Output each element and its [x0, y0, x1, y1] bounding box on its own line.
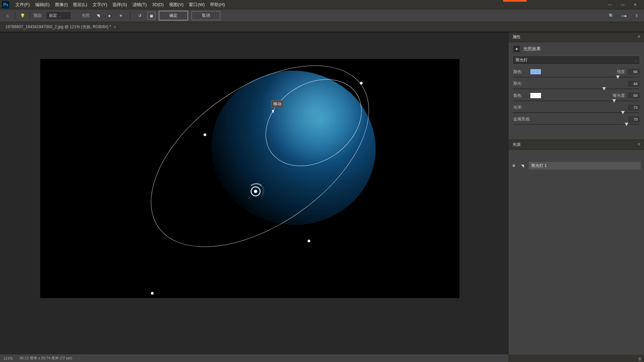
minimize-button[interactable]: — [606, 1, 613, 8]
canvas[interactable]: 移动 [40, 59, 460, 298]
intensity-label: 强度: [617, 69, 626, 75]
ellipse-handle[interactable] [204, 133, 206, 136]
status-bar: 121% 36.12 厘米 x 20.74 厘米 (72 ppi) 〉 [0, 354, 508, 362]
metallic-value[interactable]: 79 [629, 117, 639, 122]
exposure-value[interactable]: 59 [629, 93, 639, 98]
cancel-button[interactable]: 取消 [192, 11, 220, 20]
lighting-effect-icon: ✦ [513, 46, 520, 52]
lights-panel-title: 光源 ≡ [508, 140, 644, 150]
effect-name: 光照效果 [523, 46, 541, 52]
spot-label: 聚光: [513, 81, 527, 86]
home-icon[interactable]: ⌂ [3, 12, 11, 20]
light-effect-icon[interactable]: 💡 [18, 12, 26, 20]
menu-edit[interactable]: 编辑(E) [33, 0, 52, 9]
color-swatch[interactable] [530, 69, 541, 75]
options-bar: ⌂ 💡 预设: 自定 ⌄ 光照: ◥ ● ☀ ↺ ▣ 确定 取消 🔍 ▭▸ ⇧ [0, 9, 644, 22]
properties-panel-title: 属性 ≡ [508, 32, 644, 42]
document-tab-title: 19766807_194341947000_2.jpg @ 121% (光效, … [5, 24, 111, 30]
reset-icon[interactable]: ↺ [136, 12, 144, 20]
metallic-label: 金属质感: [513, 116, 533, 122]
tab-close-icon[interactable]: × [114, 25, 116, 29]
search-icon[interactable]: 🔍 [607, 12, 615, 20]
document-tabbar: 19766807_194341947000_2.jpg @ 121% (光效, … [0, 22, 644, 32]
document-info[interactable]: 36.12 厘米 x 20.74 厘米 (72 ppi) [19, 356, 72, 361]
menu-layer[interactable]: 图层(L) [70, 0, 90, 9]
app-logo: Ps [2, 1, 9, 8]
menu-image[interactable]: 图像(I) [52, 0, 70, 9]
close-button[interactable]: ✕ [632, 1, 639, 8]
menu-filter[interactable]: 滤镜(T) [130, 0, 150, 9]
intensity-value[interactable]: 66 [629, 69, 639, 74]
spotlight-icon[interactable]: ◥ [94, 12, 102, 20]
pointlight-icon[interactable]: ● [105, 12, 113, 20]
zoom-level[interactable]: 121% [3, 356, 13, 360]
spot-value[interactable]: 44 [629, 81, 639, 86]
light-center-control[interactable] [251, 186, 261, 196]
maximize-button[interactable]: ▭ [619, 1, 626, 8]
menu-select[interactable]: 选择(S) [110, 0, 129, 9]
menu-window[interactable]: 窗口(W) [186, 0, 207, 9]
gloss-value[interactable]: 73 [629, 105, 639, 110]
light-label: 光照: [82, 13, 91, 18]
move-tooltip: 移动 [271, 100, 284, 108]
menubar: Ps 文件(F) 编辑(E) 图像(I) 图层(L) 文字(Y) 选择(S) 滤… [0, 0, 644, 9]
preview-icon[interactable]: ▣ [147, 12, 155, 20]
share-icon[interactable]: ⇧ [633, 12, 641, 20]
preset-label: 预设: [34, 13, 43, 18]
panel-menu-icon[interactable]: ≡ [638, 34, 640, 40]
menu-3d[interactable]: 3D(D) [149, 1, 166, 8]
ellipse-handle[interactable] [151, 292, 154, 295]
right-panels: 属性 ≡ ✦ 光照效果 聚光灯⌄ 颜色: 强度: 66 聚光: 44 着色: 曝… [508, 32, 644, 355]
ellipse-handle[interactable] [308, 240, 310, 242]
exposure-label: 曝光度: [613, 93, 626, 99]
tint-swatch[interactable] [530, 93, 541, 99]
infinitelight-icon[interactable]: ☀ [117, 12, 125, 20]
workspace-icon[interactable]: ▭▸ [620, 12, 628, 20]
menu-help[interactable]: 帮助(H) [207, 0, 227, 9]
menu-file[interactable]: 文件(F) [13, 0, 33, 9]
ellipse-handle[interactable] [360, 82, 363, 84]
menu-type[interactable]: 文字(Y) [90, 0, 110, 9]
preset-select[interactable]: 自定 ⌄ [46, 11, 71, 20]
document-tab[interactable]: 19766807_194341947000_2.jpg @ 121% (光效, … [3, 23, 118, 31]
panel-menu-icon[interactable]: ≡ [638, 142, 640, 147]
light-type-select[interactable]: 聚光灯⌄ [513, 56, 640, 65]
visibility-icon[interactable]: 👁 [512, 164, 516, 168]
light-list-item[interactable]: 👁 ◥ 聚光灯 1 [508, 160, 644, 172]
delete-icon[interactable]: 🗑 [638, 357, 642, 361]
info-chevron-icon[interactable]: 〉 [79, 356, 82, 361]
color-label: 颜色: [513, 69, 527, 75]
gloss-label: 光泽: [513, 105, 527, 110]
light-name[interactable]: 聚光灯 1 [529, 162, 641, 170]
spotlight-type-icon: ◥ [519, 163, 525, 169]
menu-view[interactable]: 视图(V) [166, 0, 186, 9]
ok-button[interactable]: 确定 [159, 11, 188, 20]
tint-label: 着色: [513, 93, 527, 99]
canvas-area[interactable]: 移动 [0, 32, 508, 355]
